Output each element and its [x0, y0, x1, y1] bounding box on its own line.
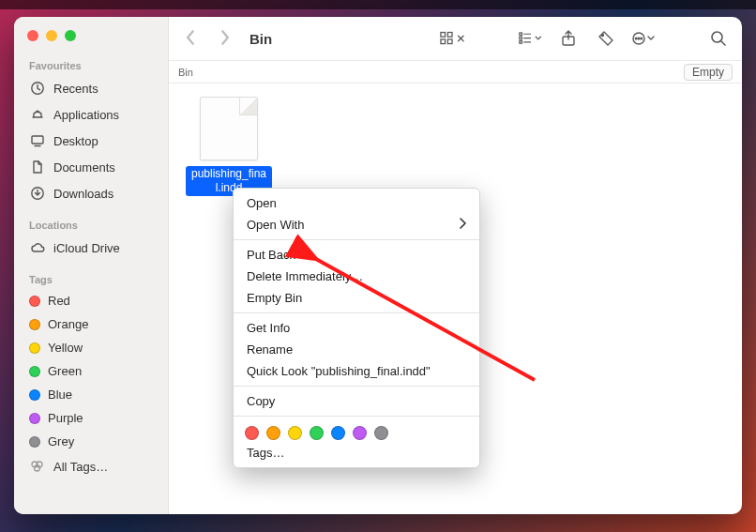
- sidebar-item-label: iCloud Drive: [53, 241, 120, 255]
- sidebar-item-documents[interactable]: Documents: [14, 154, 168, 180]
- menu-item-delete-immediately[interactable]: Delete Immediately…: [234, 266, 479, 287]
- sidebar-item-desktop[interactable]: Desktop: [14, 128, 168, 154]
- zoom-window-button[interactable]: [65, 30, 76, 41]
- sidebar-item-label: All Tags…: [53, 460, 108, 474]
- menu-separator: [234, 416, 479, 417]
- nav-back-button[interactable]: [180, 29, 201, 49]
- svg-rect-9: [441, 39, 446, 44]
- clock-icon: [29, 80, 46, 97]
- sidebar-item-applications[interactable]: Applications: [14, 101, 168, 128]
- file-item[interactable]: publishing_final.indd: [186, 97, 272, 196]
- sidebar-item-icloud-drive[interactable]: iCloud Drive: [14, 235, 168, 261]
- sidebar-item-label: Recents: [53, 82, 98, 96]
- menu-tag-dot[interactable]: [266, 426, 280, 440]
- window-title: Bin: [249, 31, 272, 47]
- empty-bin-button[interactable]: Empty: [684, 64, 733, 81]
- sidebar-item-label: Purple: [48, 411, 83, 425]
- svg-point-18: [602, 35, 604, 37]
- apps-icon: [29, 106, 46, 123]
- sidebar-tag-grey[interactable]: Grey: [14, 430, 168, 453]
- menu-tag-color-row: [234, 420, 479, 442]
- tag-dot-icon: [29, 413, 40, 424]
- svg-point-21: [638, 38, 640, 39]
- svg-rect-13: [520, 37, 522, 39]
- menu-item-open[interactable]: Open: [234, 192, 479, 214]
- sidebar-item-recents[interactable]: Recents: [14, 75, 168, 101]
- menu-separator: [234, 239, 479, 240]
- menu-tag-dot[interactable]: [353, 426, 367, 440]
- sidebar-section-favourites: Favourites: [14, 56, 168, 75]
- sidebar-item-label: Downloads: [53, 187, 113, 201]
- context-menu: Open Open With Put Back Delete Immediate…: [233, 188, 480, 468]
- nav-forward-button[interactable]: [214, 29, 234, 49]
- menu-tag-dot[interactable]: [331, 426, 345, 440]
- sidebar-section-locations: Locations: [14, 216, 168, 235]
- sidebar-item-label: Red: [48, 294, 70, 308]
- document-icon: [29, 159, 46, 175]
- sidebar-item-label: Green: [48, 364, 82, 378]
- path-current: Bin: [178, 67, 193, 78]
- search-button[interactable]: [706, 28, 731, 49]
- share-button[interactable]: [556, 28, 581, 49]
- sidebar-item-label: Orange: [48, 317, 88, 331]
- tag-dot-icon: [29, 366, 40, 377]
- sidebar-item-label: Grey: [48, 434, 74, 448]
- traffic-lights: [14, 28, 168, 56]
- sidebar-item-label: Applications: [53, 108, 119, 122]
- sidebar-tag-purple[interactable]: Purple: [14, 406, 168, 430]
- sidebar-item-downloads[interactable]: Downloads: [14, 180, 168, 206]
- svg-point-20: [635, 38, 637, 39]
- cloud-icon: [29, 239, 46, 256]
- sidebar-item-all-tags[interactable]: All Tags…: [14, 453, 168, 479]
- edit-tags-button[interactable]: [594, 28, 618, 49]
- menu-tag-dot[interactable]: [310, 426, 324, 440]
- menu-item-copy[interactable]: Copy: [234, 390, 479, 412]
- menu-item-open-with[interactable]: Open With: [234, 214, 479, 236]
- sidebar-item-label: Yellow: [48, 341, 83, 355]
- tag-dot-icon: [29, 296, 40, 307]
- desktop-icon: [29, 132, 46, 149]
- menu-item-tags[interactable]: Tags…: [234, 442, 479, 464]
- toolbar: Bin: [169, 17, 742, 61]
- sidebar-tag-green[interactable]: Green: [14, 359, 168, 383]
- download-icon: [29, 185, 46, 202]
- sidebar-item-label: Documents: [53, 160, 115, 175]
- minimize-window-button[interactable]: [46, 30, 57, 41]
- path-bar: Bin Empty: [169, 61, 742, 84]
- sidebar-tag-yellow[interactable]: Yellow: [14, 336, 168, 359]
- menu-item-rename[interactable]: Rename: [234, 339, 479, 360]
- sidebar-tag-red[interactable]: Red: [14, 289, 168, 312]
- sidebar: Favourites RecentsApplicationsDesktopDoc…: [14, 17, 169, 514]
- group-by-button[interactable]: [519, 28, 543, 49]
- menu-tag-dot[interactable]: [245, 426, 259, 440]
- svg-rect-7: [441, 33, 446, 38]
- svg-point-22: [641, 38, 643, 39]
- sidebar-tag-orange[interactable]: Orange: [14, 312, 168, 336]
- tag-dot-icon: [29, 389, 40, 401]
- tag-dot-icon: [29, 436, 40, 448]
- view-grid-button[interactable]: [440, 28, 464, 49]
- action-menu-button[interactable]: [631, 28, 656, 49]
- menu-item-empty-bin[interactable]: Empty Bin: [234, 287, 479, 309]
- menu-separator: [234, 312, 479, 313]
- sidebar-tag-blue[interactable]: Blue: [14, 383, 168, 406]
- file-icon: [200, 97, 258, 160]
- svg-rect-1: [32, 136, 43, 144]
- menu-tag-dot[interactable]: [288, 426, 302, 440]
- svg-line-24: [721, 41, 725, 45]
- tag-dot-icon: [29, 319, 40, 330]
- svg-rect-10: [447, 39, 452, 44]
- menu-tag-dot[interactable]: [374, 426, 388, 440]
- sidebar-section-tags: Tags: [14, 270, 168, 289]
- tag-dot-icon: [29, 342, 40, 354]
- close-window-button[interactable]: [27, 30, 38, 41]
- sidebar-item-label: Blue: [48, 388, 72, 402]
- svg-point-23: [712, 32, 722, 42]
- svg-rect-8: [447, 33, 452, 38]
- all-tags-icon: [29, 458, 46, 475]
- menu-item-get-info[interactable]: Get Info: [234, 317, 479, 339]
- svg-rect-15: [520, 41, 522, 44]
- menu-item-put-back[interactable]: Put Back: [234, 244, 479, 266]
- svg-rect-11: [520, 33, 522, 36]
- menu-item-quick-look[interactable]: Quick Look "publishing_final.indd": [234, 360, 479, 382]
